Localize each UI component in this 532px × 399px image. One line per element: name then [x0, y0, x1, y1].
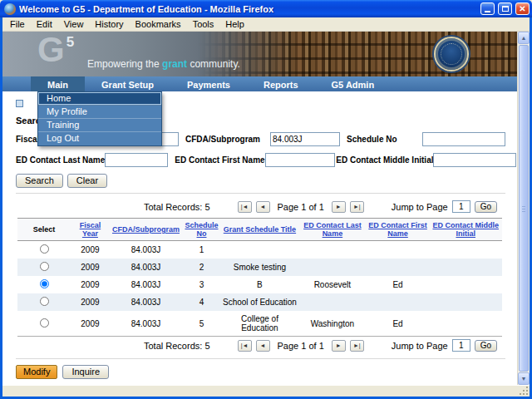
- nav-item-main[interactable]: Main: [31, 76, 85, 91]
- jump-to-page-label: Jump to Page: [392, 202, 448, 212]
- g5-logo: G5: [37, 32, 72, 67]
- first-page-button[interactable]: |◄: [238, 201, 252, 213]
- menu-file[interactable]: File: [4, 18, 31, 30]
- nav-item-payments[interactable]: Payments: [170, 76, 247, 91]
- last-page-button[interactable]: ►|: [350, 201, 364, 213]
- menu-edit[interactable]: Edit: [31, 18, 58, 30]
- title-bar[interactable]: Welcome to G5 - Department of Education …: [0, 0, 532, 17]
- go-button[interactable]: Go: [475, 340, 497, 352]
- table-cell: 2009: [71, 293, 110, 311]
- table-cell: 4: [182, 293, 221, 311]
- table-header-row: Select Fiscal Year CFDA/Subprogram Sched…: [17, 219, 502, 241]
- table-cell: 2: [182, 259, 221, 276]
- g5-header-banner: G5 Empowering the grant community.: [2, 32, 517, 76]
- next-page-button[interactable]: ►: [332, 201, 346, 213]
- dropdown-item-home[interactable]: Home: [38, 92, 161, 106]
- search-button[interactable]: Search: [16, 174, 63, 188]
- nav-item-g5-admin[interactable]: G5 Admin: [315, 76, 392, 91]
- page-indicator: Page 1 of 1: [278, 341, 324, 351]
- col-header-fiscal-year[interactable]: Fiscal Year: [80, 221, 101, 238]
- col-header-ed-contact-middle-initial[interactable]: ED Contact Middle Initial: [432, 221, 499, 238]
- jump-to-page-input[interactable]: [452, 200, 470, 213]
- last-page-button[interactable]: ►|: [350, 340, 364, 352]
- scroll-down-icon[interactable]: ▼: [518, 372, 530, 385]
- total-records-label: Total Records:: [144, 341, 202, 351]
- dropdown-item-training[interactable]: Training: [38, 119, 161, 132]
- table-cell: 5: [182, 311, 221, 337]
- maximize-button[interactable]: [498, 2, 512, 15]
- nav-item-grant-setup[interactable]: Grant Setup: [85, 76, 170, 91]
- prev-page-button[interactable]: ◄: [256, 340, 270, 352]
- table-cell: [298, 241, 367, 259]
- schedule-no-label: Schedule No: [347, 135, 397, 144]
- browser-menu-bar: File Edit View History Bookmarks Tools H…: [2, 17, 530, 32]
- table-cell: [367, 293, 430, 311]
- maximize-icon: [502, 6, 509, 12]
- table-cell: 2009: [71, 276, 110, 293]
- table-cell: [429, 276, 502, 293]
- window-frame: File Edit View History Bookmarks Tools H…: [0, 17, 532, 399]
- next-page-button[interactable]: ►: [332, 340, 346, 352]
- nav-item-reports[interactable]: Reports: [247, 76, 315, 91]
- menu-bookmarks[interactable]: Bookmarks: [130, 18, 187, 30]
- schedule-no-input[interactable]: [422, 132, 505, 146]
- cfda-input[interactable]: [270, 132, 340, 146]
- col-header-cfda-subprogram[interactable]: CFDA/Subprogram: [112, 225, 180, 234]
- table-row: 2009 84.003J 2 Smoke testing: [17, 259, 502, 276]
- table-cell: 84.003J: [110, 293, 182, 311]
- prev-page-button[interactable]: ◄: [256, 201, 270, 213]
- row-select-radio[interactable]: [40, 244, 49, 254]
- table-cell: 84.003J: [110, 259, 182, 276]
- table-cell: [298, 293, 367, 311]
- close-button[interactable]: ✕: [515, 2, 530, 15]
- scrollbar-thumb[interactable]: [519, 45, 529, 372]
- divider: [16, 358, 505, 359]
- inquire-button[interactable]: Inquire: [62, 365, 109, 379]
- modify-button[interactable]: Modify: [16, 365, 57, 379]
- ed-contact-last-name-input[interactable]: [105, 153, 168, 167]
- table-cell: School of Education: [221, 293, 298, 311]
- search-form-row-2: ED Contact Last Name ED Contact First Na…: [16, 153, 505, 167]
- cfda-label: CFDA/Subprogram: [185, 135, 260, 144]
- dropdown-item-log-out[interactable]: Log Out: [38, 132, 161, 145]
- menu-view[interactable]: View: [58, 18, 90, 30]
- pagination-top: Total Records: 5 |◄ ◄ Page 1 of 1 ► ►| J…: [16, 198, 505, 215]
- dropdown-item-my-profile[interactable]: My Profile: [38, 106, 161, 119]
- minimize-icon: [485, 11, 490, 12]
- col-header-ed-contact-first-name[interactable]: ED Contact First Name: [368, 221, 427, 238]
- results-table: Select Fiscal Year CFDA/Subprogram Sched…: [17, 218, 502, 337]
- table-cell: 1: [182, 241, 221, 259]
- total-records-label: Total Records:: [144, 202, 202, 212]
- resize-grip-icon[interactable]: [526, 393, 528, 395]
- menu-help[interactable]: Help: [219, 18, 250, 30]
- menu-history[interactable]: History: [89, 18, 129, 30]
- minimize-button[interactable]: [480, 2, 495, 15]
- scroll-up-icon[interactable]: ▲: [518, 32, 530, 44]
- table-cell: Washington: [298, 311, 367, 337]
- vertical-scrollbar[interactable]: ▲ ▼: [517, 32, 530, 385]
- row-select-radio[interactable]: [40, 297, 49, 306]
- first-page-button[interactable]: |◄: [238, 340, 252, 352]
- col-header-ed-contact-last-name[interactable]: ED Contact Last Name: [303, 221, 362, 238]
- col-header-schedule-no[interactable]: Schedule No: [185, 221, 218, 238]
- table-cell: [298, 259, 367, 276]
- jump-to-page-input[interactable]: [452, 339, 470, 352]
- ed-contact-middle-initial-input[interactable]: [433, 153, 516, 167]
- col-header-grant-schedule-title[interactable]: Grant Schedule Title: [224, 225, 296, 234]
- pagination-bottom: Total Records: 5 |◄ ◄ Page 1 of 1 ► ►| J…: [16, 337, 505, 354]
- menu-tools[interactable]: Tools: [187, 18, 220, 30]
- table-cell: [429, 259, 502, 276]
- go-button[interactable]: Go: [475, 201, 497, 213]
- table-cell: 3: [182, 276, 221, 293]
- ed-contact-first-name-input[interactable]: [265, 153, 335, 167]
- page-indicator: Page 1 of 1: [278, 202, 324, 212]
- total-records-value: 5: [204, 341, 209, 351]
- table-cell: [367, 259, 430, 276]
- firefox-icon: [4, 3, 16, 15]
- row-select-radio[interactable]: [40, 318, 49, 328]
- total-records-value: 5: [204, 202, 209, 212]
- row-select-radio[interactable]: [40, 279, 49, 288]
- browser-window: Welcome to G5 - Department of Education …: [0, 0, 532, 399]
- clear-button[interactable]: Clear: [67, 174, 107, 188]
- row-select-radio[interactable]: [40, 262, 49, 271]
